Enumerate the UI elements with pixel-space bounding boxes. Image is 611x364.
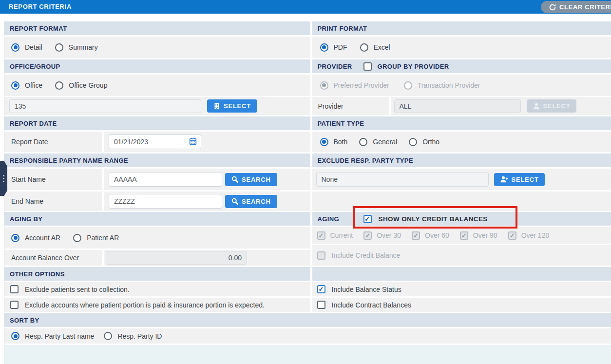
sort-by-row: Resp. Party Last name Resp. Party ID xyxy=(4,328,611,344)
provider-input xyxy=(394,99,521,113)
include-contract-balances-label: Include Contract Balances xyxy=(332,301,411,309)
building-icon xyxy=(213,103,220,110)
person-plus-icon xyxy=(500,176,508,183)
empty-row xyxy=(312,192,611,211)
report-format-row: Detail Summary xyxy=(4,37,310,58)
side-panel-handle[interactable] xyxy=(0,161,7,196)
start-name-label: Start Name xyxy=(11,175,46,183)
radio-both[interactable]: Both xyxy=(320,138,348,146)
radio-general-circle[interactable] xyxy=(359,138,367,146)
radio-preferred-provider: Preferred Provider xyxy=(320,81,389,90)
checkbox-include-contract-balances[interactable] xyxy=(317,301,325,309)
checkbox-over-120: Over 120 xyxy=(508,231,550,240)
checkbox-exclude-collection[interactable] xyxy=(10,285,19,293)
section-header-sort-by: SORT BY xyxy=(4,313,611,327)
section-header-patient-type: PATIENT TYPE xyxy=(312,116,611,130)
radio-patient-ar-circle[interactable] xyxy=(73,234,81,242)
radio-ortho-circle[interactable] xyxy=(409,138,417,146)
page-title: REPORT CRITERIA xyxy=(9,0,72,14)
include-balance-status-row: Include Balance Status xyxy=(312,282,611,296)
radio-pdf[interactable]: PDF xyxy=(320,43,347,52)
exclude-resp-party-select-button[interactable]: SELECT xyxy=(494,173,545,186)
report-date-input[interactable] xyxy=(109,134,201,149)
account-balance-over-row: Account Balance Over xyxy=(4,250,310,266)
radio-summary[interactable]: Summary xyxy=(55,43,98,52)
checkbox-over-60: Over 60 xyxy=(412,231,449,240)
radio-resp-party-id-circle[interactable] xyxy=(104,332,112,340)
panel-footer-area xyxy=(4,345,611,364)
radio-resp-party-last-name[interactable]: Resp. Party Last name xyxy=(11,332,94,340)
office-group-row: Office Office Group xyxy=(4,75,310,96)
end-name-input[interactable] xyxy=(109,194,222,209)
radio-office-group[interactable]: Office Group xyxy=(55,81,107,90)
office-select-button[interactable]: SELECT xyxy=(207,99,257,113)
radio-account-ar[interactable]: Account AR xyxy=(11,234,60,242)
section-header-exclude-resp-party-type: EXCLUDE RESP. PARTY TYPE xyxy=(312,153,611,167)
radio-general[interactable]: General xyxy=(359,138,397,146)
end-name-row: End Name SEARCH xyxy=(4,192,310,211)
end-name-search-button[interactable]: SEARCH xyxy=(225,195,277,208)
office-input[interactable] xyxy=(9,99,201,113)
section-header-provider: PROVIDER GROUP BY PROVIDER xyxy=(312,59,611,73)
include-credit-balance-row: Include Credit Balance xyxy=(312,245,611,266)
section-header-aging: AGING SHOW ONLY CREDIT BALANCES xyxy=(312,212,611,226)
provider-select-row: Provider SELECT xyxy=(312,97,611,115)
aging-buckets-row: Current Over 30 Over 60 Over 90 Over 120 xyxy=(312,227,611,244)
radio-account-ar-circle[interactable] xyxy=(11,234,19,242)
end-name-label: End Name xyxy=(11,197,43,205)
radio-patient-ar[interactable]: Patient AR xyxy=(73,234,119,242)
radio-transaction-provider-circle xyxy=(404,81,412,90)
radio-office-group-circle[interactable] xyxy=(55,81,63,90)
clear-criteria-button[interactable]: CLEAR CRITERIA xyxy=(541,1,611,13)
start-name-search-button[interactable]: SEARCH xyxy=(225,173,277,186)
account-balance-over-input xyxy=(106,251,247,265)
clear-criteria-label: CLEAR CRITERIA xyxy=(559,3,611,11)
radio-ortho[interactable]: Ortho xyxy=(409,138,439,146)
checkbox-current: Current xyxy=(317,231,353,240)
radio-pdf-circle[interactable] xyxy=(320,43,328,52)
exclude-paid-portion-row: Exclude accounts where patient portion i… xyxy=(4,298,310,312)
person-icon xyxy=(533,103,540,110)
start-name-row: Start Name SEARCH xyxy=(4,169,310,190)
print-format-row: PDF Excel xyxy=(312,37,611,58)
include-credit-balance-label: Include Credit Balance xyxy=(332,251,401,259)
section-header-resp-party-name-range: RESPONSIBLE PARTY NAME RANGE xyxy=(4,153,310,167)
section-header-report-format: REPORT FORMAT xyxy=(4,21,310,35)
radio-excel-circle[interactable] xyxy=(360,43,368,52)
search-icon xyxy=(231,176,238,183)
search-icon xyxy=(231,198,238,205)
account-balance-over-label: Account Balance Over xyxy=(11,254,79,262)
checkbox-group-by-provider[interactable] xyxy=(363,62,372,71)
checkbox-include-credit-balance xyxy=(317,251,325,260)
checkbox-include-balance-status[interactable] xyxy=(317,285,325,293)
checkbox-over-90: Over 90 xyxy=(460,231,497,240)
radio-excel[interactable]: Excel xyxy=(360,43,390,52)
office-select-row: SELECT xyxy=(4,97,310,115)
radio-office-circle[interactable] xyxy=(11,81,19,90)
radio-resp-party-id[interactable]: Resp. Party ID xyxy=(104,332,162,340)
checkbox-exclude-paid-portion[interactable] xyxy=(10,301,19,309)
exclude-collection-row: Exclude patients sent to collection. xyxy=(4,282,310,296)
radio-detail-circle[interactable] xyxy=(11,43,19,52)
radio-summary-circle[interactable] xyxy=(55,43,63,52)
start-name-input[interactable] xyxy=(109,172,222,187)
radio-office[interactable]: Office xyxy=(11,81,42,90)
section-header-other-options-right xyxy=(312,267,611,281)
section-header-other-options: OTHER OPTIONS xyxy=(4,267,310,281)
section-header-office-group: OFFICE/GROUP xyxy=(4,59,310,73)
provider-type-row: Preferred Provider Transaction Provider xyxy=(312,75,611,96)
show-only-credit-balances-label: SHOW ONLY CREDIT BALANCES xyxy=(379,215,488,223)
checkbox-show-only-credit-balances[interactable] xyxy=(363,215,372,223)
report-date-label: Report Date xyxy=(11,138,48,146)
radio-preferred-provider-circle xyxy=(320,81,328,90)
patient-type-row: Both General Ortho xyxy=(312,132,611,152)
radio-detail[interactable]: Detail xyxy=(11,43,42,52)
exclude-resp-party-input[interactable] xyxy=(316,172,489,187)
refresh-icon xyxy=(549,4,556,11)
radio-both-circle[interactable] xyxy=(320,138,328,146)
section-header-aging-by: AGING BY xyxy=(4,212,310,226)
calendar-icon[interactable] xyxy=(189,137,197,145)
section-header-print-format: PRINT FORMAT xyxy=(312,21,611,35)
exclude-paid-portion-label: Exclude accounts where patient portion i… xyxy=(25,301,265,309)
radio-resp-party-last-name-circle[interactable] xyxy=(11,332,19,340)
